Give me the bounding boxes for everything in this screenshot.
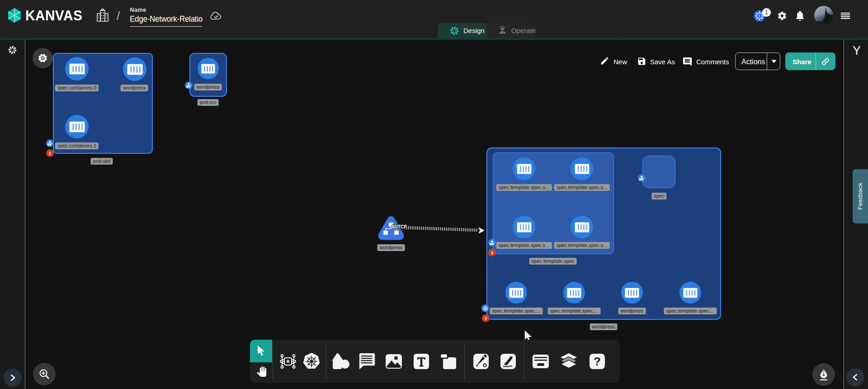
svg-text:80/TCP: 80/TCP (392, 224, 407, 229)
svg-text:?: ? (594, 355, 601, 368)
